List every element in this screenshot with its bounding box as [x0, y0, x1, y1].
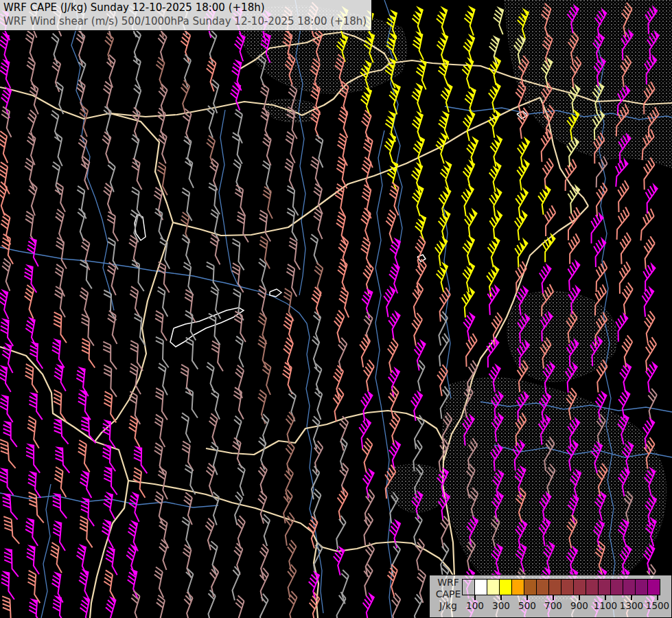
- cape-tick: [553, 595, 554, 600]
- cape-color-box: [462, 579, 475, 595]
- legend-label-unit: J/kg: [435, 600, 461, 612]
- cape-color-box: [598, 579, 611, 595]
- cape-tick: [657, 595, 658, 600]
- cape-color-box: [474, 579, 487, 595]
- title-line-cape: WRF CAPE (J/kg) Sunday 12-10-2025 18:00 …: [3, 1, 367, 14]
- title-bar: WRF CAPE (J/kg) Sunday 12-10-2025 18:00 …: [0, 0, 372, 31]
- cape-tick-label: 900: [570, 600, 588, 611]
- cape-color-box: [573, 579, 586, 595]
- cape-color-box: [511, 579, 524, 595]
- title-line-windshear: WRF Wind shear (m/s) 500/1000hPa Sunday …: [3, 14, 367, 28]
- cape-tick: [500, 595, 502, 600]
- cape-tick-label: 700: [544, 600, 562, 611]
- cape-tick: [526, 595, 528, 600]
- cape-colorbar-ticks: 100300500700900110013001500: [462, 595, 672, 616]
- cape-legend-panel: WRF CAPE J/kg 10030050070090011001300150…: [429, 575, 672, 618]
- cape-tick: [579, 595, 580, 600]
- cape-color-box: [499, 579, 512, 595]
- cape-tick: [605, 595, 606, 600]
- cape-tick: [474, 595, 476, 600]
- cape-color-box: [635, 579, 648, 595]
- cape-tick-label: 1300: [620, 600, 643, 611]
- cape-tick-label: 300: [492, 600, 510, 611]
- cape-color-box: [586, 579, 599, 595]
- cape-color-box: [487, 579, 500, 595]
- legend-label-block: WRF CAPE J/kg: [435, 577, 461, 612]
- cape-tick-label: 500: [518, 600, 536, 611]
- legend-label-cape: CAPE: [435, 588, 461, 600]
- cape-color-box: [524, 579, 537, 595]
- cape-tick-label: 1100: [594, 600, 617, 611]
- weather-map-svg: [0, 0, 672, 618]
- cape-colorbar: [462, 579, 660, 595]
- cape-color-box: [548, 579, 561, 595]
- cape-tick-label: 100: [466, 600, 484, 611]
- legend-label-wrf: WRF: [435, 577, 461, 588]
- cape-color-box: [610, 579, 623, 595]
- weather-map-page: WRF CAPE (J/kg) Sunday 12-10-2025 18:00 …: [0, 0, 672, 618]
- cape-color-box: [536, 579, 549, 595]
- cape-tick: [631, 595, 632, 600]
- cape-color-box: [623, 579, 636, 595]
- cape-color-box: [647, 579, 660, 595]
- cape-tick-label: 1500: [646, 600, 669, 611]
- cape-color-box: [561, 579, 574, 595]
